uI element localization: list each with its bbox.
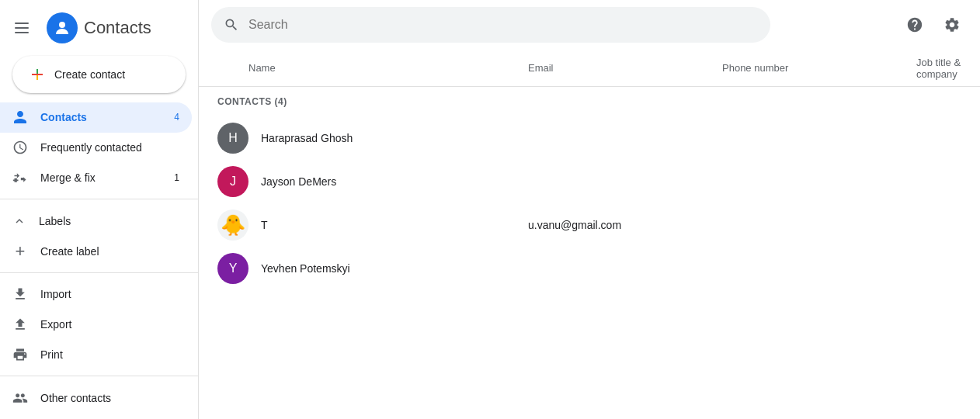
sidebar: Contacts Create contact Contacts 4: [0, 0, 199, 419]
help-icon: [906, 16, 923, 33]
svg-point-3: [59, 22, 65, 28]
svg-rect-6: [36, 69, 38, 74]
contacts-icon: [12, 109, 28, 125]
labels-label: Labels: [39, 215, 71, 227]
contacts-badge: 4: [174, 112, 179, 123]
nav-item-export[interactable]: Export: [0, 310, 192, 340]
contact-name: Haraprasad Ghosh: [261, 132, 353, 144]
contacts-section-label: CONTACTS (4): [199, 87, 980, 116]
other-contacts-icon: [12, 390, 28, 406]
table-row[interactable]: 🐥 T u.vanu@gmail.com: [199, 203, 980, 247]
divider-1: [0, 199, 198, 199]
help-button[interactable]: [899, 9, 930, 40]
col-header-job: Job title & company: [910, 57, 968, 80]
main-content: Name Email Phone number Job title & comp…: [199, 0, 980, 419]
table-header: Name Email Phone number Job title & comp…: [199, 50, 980, 87]
contact-name-cell: H Haraprasad Ghosh: [211, 123, 522, 154]
print-icon: [12, 347, 28, 362]
create-label-label: Create label: [40, 245, 99, 258]
create-contact-button[interactable]: Create contact: [12, 56, 186, 93]
contact-name: Yevhen Potemskyi: [261, 262, 350, 275]
create-contact-label: Create contact: [54, 68, 125, 81]
avatar: Y: [217, 253, 248, 284]
app-logo: Contacts: [47, 12, 151, 43]
import-icon: [12, 286, 28, 302]
import-label: Import: [40, 288, 71, 300]
table-row[interactable]: J Jayson DeMers: [199, 160, 980, 203]
top-bar: [199, 0, 980, 50]
app-title: Contacts: [84, 18, 151, 38]
search-bar[interactable]: [211, 7, 770, 43]
settings-button[interactable]: [937, 9, 968, 40]
search-icon: [224, 17, 239, 33]
clock-icon: [12, 140, 28, 155]
svg-rect-7: [36, 75, 38, 80]
avatar: 🐥: [217, 210, 248, 241]
search-input[interactable]: [248, 18, 758, 32]
contacts-table: Name Email Phone number Job title & comp…: [199, 50, 980, 419]
chevron-up-icon: [12, 214, 26, 228]
settings-icon: [944, 16, 961, 33]
col-header-name: Name: [211, 62, 522, 74]
contact-name: T: [261, 219, 268, 231]
nav-item-contacts[interactable]: Contacts 4: [0, 102, 192, 133]
svg-rect-2: [15, 32, 29, 33]
nav-item-print[interactable]: Print: [0, 339, 192, 369]
svg-rect-5: [32, 74, 43, 75]
nav-item-merge-fix[interactable]: Merge & fix 1: [0, 163, 192, 193]
plus-icon: +: [12, 244, 28, 259]
contact-name-cell: J Jayson DeMers: [211, 166, 522, 197]
contact-name-cell: 🐥 T: [211, 210, 522, 241]
other-contacts-label: Other contacts: [40, 392, 111, 404]
divider-2: [0, 272, 198, 273]
col-header-phone: Phone number: [716, 62, 910, 74]
nav-item-other-contacts[interactable]: Other contacts: [0, 383, 192, 413]
export-icon: [12, 317, 28, 332]
avatar: J: [217, 166, 248, 197]
merge-icon: [12, 170, 28, 185]
table-row[interactable]: Y Yevhen Potemskyi: [199, 247, 980, 290]
logo-circle: [47, 12, 78, 43]
svg-rect-1: [15, 27, 29, 29]
contact-name: Jayson DeMers: [261, 175, 336, 188]
nav-item-create-label[interactable]: + Create label: [0, 236, 192, 266]
print-label: Print: [40, 348, 63, 361]
svg-rect-0: [15, 23, 29, 24]
contact-name-cell: Y Yevhen Potemskyi: [211, 253, 522, 284]
merge-badge: 1: [174, 172, 179, 183]
nav-item-frequently-contacted[interactable]: Frequently contacted: [0, 133, 192, 163]
nav-contacts-label: Contacts: [40, 111, 87, 123]
col-header-email: Email: [522, 62, 716, 74]
hamburger-menu-icon[interactable]: [6, 12, 37, 43]
export-label: Export: [40, 318, 71, 331]
sidebar-header: Contacts: [0, 6, 198, 50]
divider-3: [0, 376, 198, 376]
top-actions: [899, 9, 968, 40]
nav-merge-label: Merge & fix: [40, 171, 96, 184]
labels-section-header[interactable]: Labels: [0, 206, 198, 236]
avatar: H: [217, 123, 248, 154]
nav-frequently-label: Frequently contacted: [40, 141, 142, 154]
nav-item-import[interactable]: Import: [0, 279, 192, 310]
contact-email: u.vanu@gmail.com: [522, 219, 716, 231]
table-row[interactable]: H Haraprasad Ghosh: [199, 116, 980, 160]
